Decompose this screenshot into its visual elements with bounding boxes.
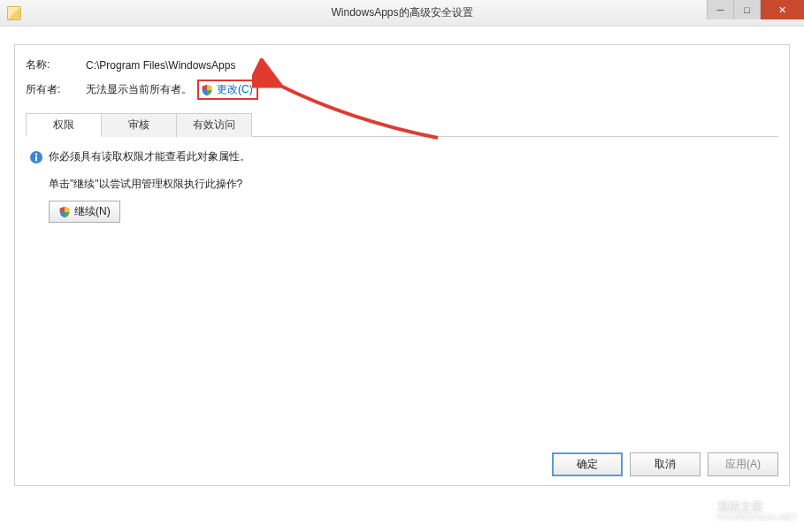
- svg-rect-2: [35, 156, 37, 161]
- apply-button[interactable]: 应用(A): [708, 452, 778, 476]
- watermark-icon: [682, 497, 712, 527]
- window-controls: ─ □ ✕: [707, 0, 804, 19]
- shield-icon: [58, 206, 71, 218]
- need-read-message: 你必须具有读取权限才能查看此对象属性。: [49, 149, 250, 164]
- tab-audit[interactable]: 审核: [101, 113, 177, 137]
- tabs: 权限 审核 有效访问: [26, 112, 778, 137]
- maximize-button[interactable]: □: [733, 0, 760, 19]
- titlebar: WindowsApps的高级安全设置 ─ □ ✕: [0, 0, 804, 27]
- click-continue-message: 单击"继续"以尝试用管理权限执行此操作?: [49, 177, 775, 192]
- main-panel: 名称: C:\Program Files\WindowsApps 所有者: 无法…: [14, 44, 790, 486]
- tab-content: 你必须具有读取权限才能查看此对象属性。 单击"继续"以尝试用管理权限执行此操作?…: [26, 137, 778, 445]
- cancel-button[interactable]: 取消: [630, 452, 701, 476]
- tab-permissions[interactable]: 权限: [26, 113, 102, 137]
- info-icon: [29, 150, 43, 164]
- continue-button[interactable]: 继续(N): [49, 201, 120, 223]
- name-label: 名称:: [26, 57, 86, 72]
- owner-row: 所有者: 无法显示当前所有者。 更改(C): [26, 80, 778, 100]
- close-button[interactable]: ✕: [760, 0, 804, 19]
- watermark: 系统之家 XITONGZHIJIA.NET: [682, 497, 797, 527]
- watermark-subtext: XITONGZHIJIA.NET: [717, 513, 797, 522]
- owner-label: 所有者:: [26, 82, 86, 97]
- tab-effective-access[interactable]: 有效访问: [176, 113, 252, 137]
- continue-button-label: 继续(N): [74, 204, 111, 219]
- name-value: C:\Program Files\WindowsApps: [86, 59, 235, 72]
- window-title: WindowsApps的高级安全设置: [331, 5, 472, 20]
- owner-value: 无法显示当前所有者。: [86, 82, 192, 97]
- ok-button[interactable]: 确定: [552, 452, 623, 476]
- change-owner-link[interactable]: 更改(C): [217, 82, 253, 97]
- dialog-footer: 确定 取消 应用(A): [26, 452, 778, 476]
- change-link-highlight: 更改(C): [197, 80, 258, 100]
- svg-rect-3: [693, 513, 700, 522]
- folder-icon: [7, 6, 21, 20]
- shield-icon: [201, 84, 213, 96]
- minimize-button[interactable]: ─: [707, 0, 733, 19]
- info-message-row: 你必须具有读取权限才能查看此对象属性。: [29, 149, 775, 164]
- svg-point-1: [35, 153, 37, 155]
- name-row: 名称: C:\Program Files\WindowsApps: [26, 57, 778, 72]
